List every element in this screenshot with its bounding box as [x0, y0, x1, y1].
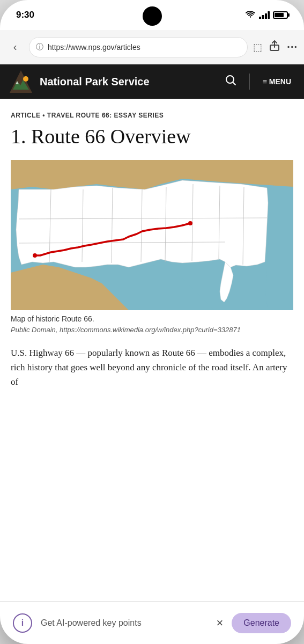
nps-search-button[interactable]: [220, 74, 241, 89]
nps-header: National Park Service ≡ MENU: [0, 64, 304, 99]
map-credit: Public Domain, https://commons.wikimedia…: [11, 325, 293, 335]
nps-title: National Park Service: [40, 76, 214, 88]
menu-divider: [249, 74, 250, 90]
back-button[interactable]: ‹: [6, 39, 24, 56]
ai-label: Get AI-powered key points: [41, 618, 207, 628]
article-category: ARTICLE • TRAVEL ROUTE 66: ESSAY SERIES: [11, 112, 293, 119]
ai-info-label: i: [21, 618, 24, 628]
wifi-icon: [245, 11, 256, 19]
map-image: [11, 160, 293, 310]
ai-info-icon: i: [13, 613, 32, 633]
article-content: ARTICLE • TRAVEL ROUTE 66: ESSAY SERIES …: [0, 99, 304, 601]
browser-bar: ‹ ⓘ https://www.nps.gov/articles ⬚ ···: [0, 30, 304, 64]
generate-button[interactable]: Generate: [232, 613, 291, 633]
svg-rect-3: [268, 11, 270, 19]
nps-menu-button[interactable]: ≡ MENU: [258, 77, 295, 86]
more-button[interactable]: ···: [287, 41, 298, 53]
url-info-icon: ⓘ: [36, 42, 43, 52]
map-caption: Map of historic Route 66.: [11, 314, 293, 323]
menu-label: ≡ MENU: [263, 77, 291, 86]
article-body: U.S. Highway 66 — popularly known as Rou…: [11, 346, 293, 390]
article-title: 1. Route 66 Overview: [11, 125, 293, 149]
nps-logo-icon: [9, 69, 33, 94]
share-button[interactable]: [270, 40, 279, 54]
status-time: 9:30: [16, 10, 34, 20]
signal-icon: [259, 11, 270, 19]
svg-rect-1: [262, 15, 264, 19]
url-text: https://www.nps.gov/articles: [48, 43, 241, 52]
svg-rect-0: [259, 17, 261, 19]
bottom-bar: i Get AI-powered key points × Generate: [0, 601, 304, 644]
battery-icon: [273, 11, 288, 19]
phone-frame: 9:30 ‹ ⓘ https:: [0, 0, 304, 644]
svg-point-5: [23, 76, 28, 82]
browser-actions: ⬚ ···: [253, 40, 298, 54]
bookmark-button[interactable]: ⬚: [253, 41, 262, 53]
route-66-map: [11, 160, 293, 310]
camera-notch: [143, 6, 162, 26]
url-bar[interactable]: ⓘ https://www.nps.gov/articles: [29, 37, 248, 57]
svg-point-23: [188, 221, 192, 225]
map-container: Map of historic Route 66. Public Domain,…: [11, 160, 293, 335]
status-icons: [245, 11, 288, 19]
svg-rect-2: [265, 13, 267, 19]
svg-point-24: [33, 253, 37, 258]
close-button[interactable]: ×: [216, 616, 223, 630]
